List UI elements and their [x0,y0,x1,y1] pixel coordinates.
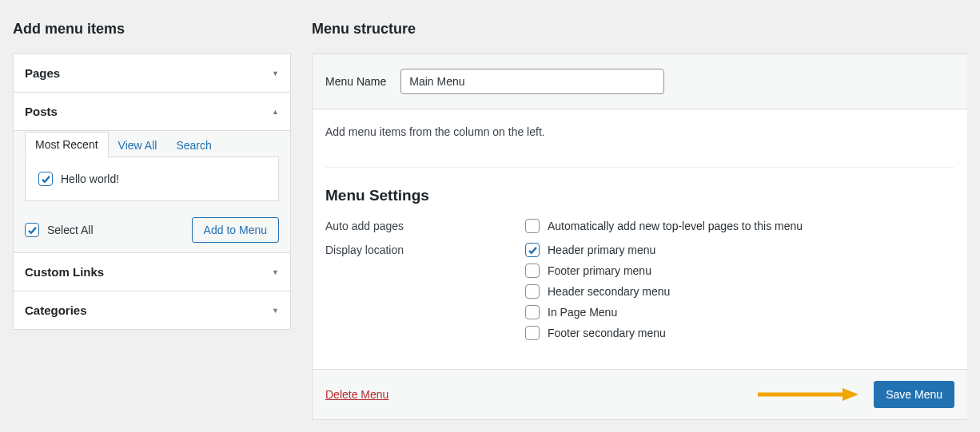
display-location-label: Display location [325,243,525,256]
caret-up-icon: ▲ [272,108,279,116]
tab-most-recent[interactable]: Most Recent [25,132,109,158]
select-all-label: Select All [47,224,94,236]
menu-structure-heading: Menu structure [312,21,967,38]
posts-panel-body: Most Recent View All Search Hello world! [14,130,290,252]
empty-menu-hint: Add menu items from the column on the le… [325,125,954,138]
tab-search[interactable]: Search [166,133,221,158]
pages-panel-title: Pages [25,66,60,80]
caret-down-icon: ▼ [272,69,279,77]
custom-links-panel-header[interactable]: Custom Links ▼ [14,253,290,291]
pages-panel-header[interactable]: Pages ▼ [14,54,290,92]
add-to-menu-button[interactable]: Add to Menu [192,217,279,243]
location-checkbox-header-primary[interactable] [525,243,540,257]
location-label: Header primary menu [548,244,655,256]
menu-structure-panel: Menu Name Add menu items from the column… [312,54,967,420]
select-all-row: Select All [25,223,94,237]
tab-view-all[interactable]: View All [109,133,167,158]
menu-name-input[interactable] [400,69,664,94]
caret-down-icon: ▼ [272,268,279,276]
location-checkbox-in-page[interactable] [525,305,540,319]
location-label: Footer primary menu [548,264,651,277]
location-label: In Page Menu [548,306,617,319]
auto-add-pages-option-label: Automatically add new top-level pages to… [548,220,803,232]
arrow-annotation-icon [756,386,860,402]
location-label: Header secondary menu [548,285,670,298]
auto-add-pages-checkbox[interactable] [525,219,540,233]
categories-panel-header[interactable]: Categories ▼ [14,291,290,329]
post-item-label: Hello world! [61,172,119,185]
menu-items-accordion: Pages ▼ Posts ▲ Most Recent View All Sea… [13,54,291,330]
divider [325,167,954,168]
menu-settings-heading: Menu Settings [325,187,954,204]
posts-panel-header[interactable]: Posts ▲ [14,93,290,130]
menu-name-label: Menu Name [325,75,386,88]
custom-links-panel-title: Custom Links [25,265,104,279]
caret-down-icon: ▼ [272,307,279,315]
location-checkbox-header-secondary[interactable] [525,284,540,299]
post-item-row: Hello world! [38,172,265,186]
svg-marker-1 [843,388,858,401]
posts-panel-title: Posts [25,105,58,118]
add-menu-items-heading: Add menu items [13,21,291,38]
save-menu-button[interactable]: Save Menu [874,381,954,408]
auto-add-pages-label: Auto add pages [325,219,525,232]
delete-menu-link[interactable]: Delete Menu [325,388,388,401]
location-label: Footer secondary menu [548,327,666,339]
categories-panel-title: Categories [25,303,87,317]
location-checkbox-footer-secondary[interactable] [525,326,540,340]
post-checkbox[interactable] [38,172,53,186]
location-checkbox-footer-primary[interactable] [525,264,540,278]
posts-tabs-frame: Most Recent View All Search Hello world! [25,157,279,201]
select-all-checkbox[interactable] [25,223,39,237]
